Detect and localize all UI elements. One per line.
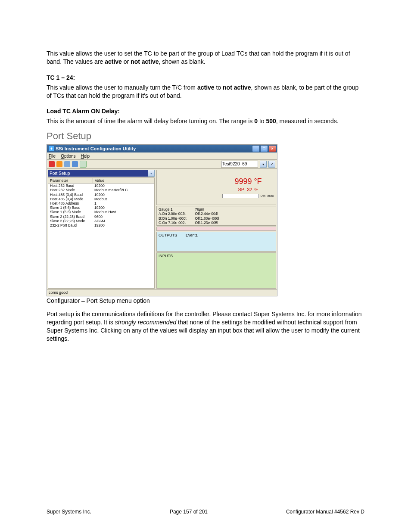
- outputs-panel: OUTPUTS Event1: [156, 232, 276, 252]
- readout-panel: 9999 °F SP: 32 °F 0% auto: [156, 170, 276, 205]
- cell-parameter: Host 232 Mode: [48, 188, 93, 192]
- table-row[interactable]: Slave 2 (22,23) ModeADAM: [48, 219, 154, 223]
- text: , shown as blank.: [159, 58, 205, 65]
- footer-left: Super Systems Inc.: [47, 509, 91, 515]
- text: to: [215, 84, 223, 91]
- toolbar-right-btn-2[interactable]: ✓: [268, 161, 275, 168]
- cell-parameter: Slave 1 (5,6) Baud: [48, 205, 93, 210]
- outputs-label: OUTPUTS: [159, 233, 177, 250]
- page-footer: Super Systems Inc. Page 157 of 201 Confi…: [47, 509, 364, 515]
- paragraph: This value allows the user to set the TC…: [47, 50, 364, 66]
- gauge-a-on: A:On 2.00e-002t: [159, 212, 187, 216]
- paragraph: This is the amount of time the alarm wil…: [47, 117, 364, 125]
- toolbar-right-btn-1[interactable]: ▾: [260, 161, 267, 168]
- paragraph: This value allows the user to manually t…: [47, 84, 364, 100]
- cell-value: 9600: [93, 215, 154, 219]
- table-row[interactable]: Slave 2 (22,23) Baud9600: [48, 215, 154, 219]
- table-row[interactable]: Host 485 Address1: [48, 201, 154, 205]
- gauge-b-on: B:On 1.00e+000t: [159, 216, 187, 221]
- toolbar-icon-4[interactable]: [72, 161, 78, 167]
- cell-value: ADAM: [93, 219, 154, 223]
- text: This value allows the user to manually t…: [47, 84, 197, 91]
- table-row[interactable]: 232-2 Port Baud19200: [48, 223, 154, 227]
- readout-mode: auto: [267, 194, 274, 198]
- window-title: SSi Instrument Configuration Utility: [56, 146, 136, 151]
- cell-value: Modbus master/PLC: [93, 188, 154, 192]
- table-row[interactable]: Host 232 Baud19200: [48, 184, 154, 188]
- toolbar-icon-3[interactable]: [64, 161, 70, 167]
- toolbar-icon-2[interactable]: [56, 161, 62, 167]
- dropdown-selected: Port Setup: [50, 171, 70, 176]
- menu-file[interactable]: File: [49, 154, 56, 159]
- inputs-label: INPUTS: [159, 254, 173, 258]
- cell-parameter: Host 485 (3,4) Mode: [48, 197, 93, 201]
- heading-tc: TC 1 – 24:: [47, 74, 75, 81]
- bold-not-active: not active: [131, 58, 159, 65]
- chevron-down-icon[interactable]: ▼: [148, 170, 155, 177]
- bold-not-active: not active: [223, 84, 251, 91]
- bold-active: active: [105, 58, 122, 65]
- alarm-strip: [156, 227, 276, 231]
- toolbar: Test9220_69 ▾ ✓: [47, 160, 277, 169]
- table-row[interactable]: Slave 1 (5,6) Baud19200: [48, 205, 154, 210]
- footer-right: Configurator Manual #4562 Rev D: [286, 509, 364, 515]
- table-row[interactable]: Host 232 ModeModbus master/PLC: [48, 188, 154, 192]
- table-row[interactable]: Host 485 (3,4) Baud19200: [48, 193, 154, 197]
- cell-value: 19200: [93, 193, 154, 197]
- cell-parameter: Host 485 Address: [48, 201, 93, 205]
- readout-main: 9999 °F: [234, 177, 262, 186]
- col-parameter: Parameter: [48, 178, 93, 183]
- cell-value: Modbus Host: [93, 210, 154, 214]
- range-low: 0: [254, 118, 258, 124]
- gauge-b-off: Off:1.00e+000l: [195, 216, 219, 221]
- inputs-panel: INPUTS: [156, 252, 276, 289]
- heading-load-tc: Load TC Alarm ON Delay:: [47, 108, 120, 115]
- cell-value: 19200: [93, 184, 154, 188]
- param-table: Parameter Value Host 232 Baud19200Host 2…: [48, 177, 155, 289]
- cell-parameter: Slave 2 (22,23) Baud: [48, 215, 93, 219]
- titlebar: ✦ SSi Instrument Configuration Utility _…: [47, 145, 277, 152]
- readout-setpoint: SP: 32 °F: [238, 187, 258, 192]
- close-button[interactable]: ×: [268, 145, 276, 152]
- table-row[interactable]: Host 485 (3,4) ModeModbus: [48, 197, 154, 201]
- text: to: [258, 118, 266, 124]
- toolbar-icon-1[interactable]: [49, 161, 55, 167]
- gauge-a-off: Off:2.44e-004l: [195, 212, 219, 216]
- range-high: 500: [266, 118, 276, 124]
- instrument-id-field[interactable]: Test9220_69: [221, 161, 258, 168]
- cell-parameter: Slave 1 (5,6) Mode: [48, 210, 93, 214]
- paragraph: Port setup is the communications definit…: [47, 310, 364, 343]
- gauge-right-top: 76µm: [195, 207, 219, 212]
- col-value: Value: [93, 178, 154, 183]
- bold-active: active: [197, 84, 215, 91]
- text: This is the amount of time the alarm wil…: [47, 118, 254, 124]
- readout-percent: 0%: [261, 194, 266, 198]
- gauge-c-off: Off:1.23e-005l: [195, 221, 219, 225]
- menubar: File Options Help: [47, 152, 277, 160]
- outputs-event1: Event1: [186, 233, 198, 250]
- category-dropdown[interactable]: Port Setup ▼: [48, 170, 155, 177]
- figure-caption: Configurator – Port Setup menu option: [47, 297, 364, 304]
- text: or: [122, 58, 131, 65]
- table-row[interactable]: Slave 1 (5,6) ModeModbus Host: [48, 210, 154, 214]
- emphasis-strongly-recommended: strongly recommended: [115, 319, 176, 326]
- toolbar-icon-5[interactable]: [80, 161, 87, 168]
- progress-bar: [222, 194, 259, 198]
- cell-value: 1: [93, 201, 154, 205]
- gauge-c-on: C:On 7.10e-002t: [159, 221, 187, 225]
- menu-options[interactable]: Options: [61, 154, 75, 159]
- section-title-port-setup: Port Setup: [47, 131, 364, 142]
- cell-value: Modbus: [93, 197, 154, 201]
- embedded-window: ✦ SSi Instrument Configuration Utility _…: [47, 144, 277, 296]
- footer-center: Page 157 of 201: [170, 509, 208, 515]
- cell-value: 19200: [93, 205, 154, 210]
- text: , measured in seconds.: [276, 118, 339, 124]
- gauge-panel: Gauge 1 A:On 2.00e-002t B:On 1.00e+000t …: [156, 206, 276, 226]
- statusbar: coms good: [47, 289, 277, 296]
- minimize-button[interactable]: _: [252, 145, 260, 152]
- cell-parameter: 232-2 Port Baud: [48, 223, 93, 227]
- menu-help[interactable]: Help: [81, 154, 90, 159]
- maximize-button[interactable]: □: [260, 145, 268, 152]
- cell-parameter: Slave 2 (22,23) Mode: [48, 219, 93, 223]
- gauge-title: Gauge 1: [159, 207, 187, 212]
